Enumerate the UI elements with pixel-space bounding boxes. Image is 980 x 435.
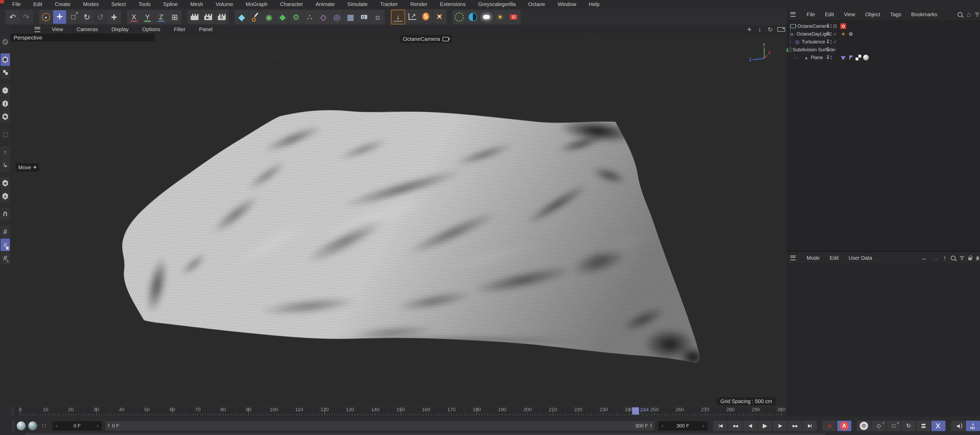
octane-sun-button[interactable] bbox=[493, 10, 507, 24]
viewport-menu-view[interactable]: View bbox=[45, 25, 70, 34]
up-arrow-icon[interactable] bbox=[943, 254, 947, 262]
menu-character[interactable]: Character bbox=[274, 0, 309, 9]
attribute-manager-menu-icon[interactable] bbox=[791, 256, 795, 260]
current-frame-value[interactable]: 0 F bbox=[61, 423, 93, 429]
om-menu-file[interactable]: File bbox=[802, 10, 820, 19]
x-axis-button[interactable] bbox=[127, 10, 140, 24]
field-button[interactable] bbox=[330, 10, 344, 24]
octane-camera-tag-icon[interactable] bbox=[840, 23, 846, 29]
om-menu-object[interactable]: Object bbox=[860, 10, 885, 19]
search-icon[interactable] bbox=[951, 256, 956, 261]
menu-extensions[interactable]: Extensions bbox=[434, 0, 472, 9]
range-start-handle[interactable]: ‖ bbox=[108, 423, 110, 429]
tweak-mode-icon[interactable] bbox=[0, 128, 10, 141]
workplane-icon[interactable] bbox=[0, 225, 10, 238]
end-frame-decrement-icon[interactable]: ‹ bbox=[658, 423, 667, 429]
array-button[interactable] bbox=[344, 10, 357, 24]
coord-system-button[interactable] bbox=[168, 10, 181, 24]
snap-icon[interactable] bbox=[0, 208, 10, 220]
add-cube-button[interactable] bbox=[235, 10, 248, 24]
orbit-icon[interactable] bbox=[767, 26, 774, 33]
menu-select[interactable]: Select bbox=[105, 0, 132, 9]
home-icon[interactable] bbox=[967, 10, 971, 19]
play-button[interactable] bbox=[758, 421, 772, 431]
frame-decrement-icon[interactable]: ‹ bbox=[52, 423, 61, 429]
timeline-playhead[interactable] bbox=[632, 407, 639, 414]
object-row-octanedaylight[interactable]: OctaneDayLight bbox=[788, 30, 980, 38]
object-row-plane[interactable]: Plane bbox=[788, 54, 980, 62]
keyframe-sphere2-icon[interactable] bbox=[28, 421, 37, 430]
menu-tracker[interactable]: Tracker bbox=[374, 0, 404, 9]
move-tool-button[interactable] bbox=[53, 10, 66, 24]
viewport-menu-filter[interactable]: Filter bbox=[167, 25, 192, 34]
frame-increment-icon[interactable]: › bbox=[93, 423, 102, 429]
viewport-menu-icon[interactable] bbox=[35, 27, 40, 32]
model-mode-icon[interactable] bbox=[0, 53, 10, 66]
render-marked-button[interactable] bbox=[202, 10, 215, 24]
viewport-canvas[interactable]: Perspective OctaneCamera Move + Grid Spa… bbox=[10, 33, 787, 406]
om-menu-tags[interactable]: Tags bbox=[885, 10, 906, 19]
compositing-tag-icon[interactable] bbox=[856, 55, 861, 61]
next-key-button[interactable] bbox=[788, 421, 802, 431]
simulate-button[interactable] bbox=[290, 10, 302, 24]
z-axis-button[interactable] bbox=[154, 10, 168, 24]
am-menu-user-data[interactable]: User Data bbox=[844, 254, 877, 262]
forward-arrow-icon[interactable] bbox=[932, 254, 939, 262]
octane-balance-button[interactable] bbox=[466, 10, 479, 24]
workplane-planar-icon[interactable] bbox=[0, 252, 10, 264]
layer-chip-icon[interactable] bbox=[827, 24, 829, 28]
octane-export-button[interactable] bbox=[406, 10, 419, 23]
menu-octane[interactable]: Octane bbox=[522, 0, 551, 9]
back-arrow-icon[interactable] bbox=[921, 254, 928, 262]
prev-key-button[interactable] bbox=[728, 421, 742, 431]
menu-mograph[interactable]: MoGraph bbox=[239, 0, 274, 9]
octane-scatter-button[interactable] bbox=[433, 10, 446, 23]
am-menu-edit[interactable]: Edit bbox=[825, 254, 843, 262]
halfcut-icon[interactable] bbox=[976, 255, 979, 261]
menu-window[interactable]: Window bbox=[551, 0, 582, 9]
om-menu-view[interactable]: View bbox=[839, 10, 860, 19]
record-keyframe-button[interactable] bbox=[822, 421, 837, 431]
menu-animate[interactable]: Animate bbox=[309, 0, 341, 9]
lock-icon[interactable] bbox=[968, 257, 972, 260]
edges-mode-icon[interactable] bbox=[0, 97, 10, 110]
flag-tag-icon[interactable] bbox=[848, 55, 854, 61]
camera-button[interactable] bbox=[358, 10, 371, 24]
octane-glow-button[interactable] bbox=[480, 10, 493, 24]
undo-button[interactable] bbox=[6, 10, 19, 24]
autokey-button[interactable] bbox=[837, 421, 851, 431]
timeline-range-slider[interactable]: ‖ 0 F 300 F ‖ bbox=[106, 421, 654, 430]
visibility-dots-icon[interactable] bbox=[830, 32, 832, 33]
am-menu-mode[interactable]: Mode bbox=[802, 254, 825, 262]
sketchfab-button[interactable] bbox=[419, 10, 432, 23]
auto-mode-icon[interactable] bbox=[0, 190, 10, 202]
global-move-button[interactable] bbox=[108, 10, 121, 24]
keyframe-sphere-icon[interactable] bbox=[17, 421, 25, 430]
object-row-turbulence[interactable]: Turbulence bbox=[788, 38, 980, 46]
texture-mode-icon[interactable] bbox=[0, 67, 10, 79]
sound-button[interactable] bbox=[951, 421, 965, 431]
end-frame-value[interactable]: 300 F bbox=[667, 423, 699, 429]
menu-mesh[interactable]: Mesh bbox=[184, 0, 210, 9]
check-state-icon[interactable] bbox=[833, 32, 837, 37]
object-manager-menu-icon[interactable] bbox=[791, 12, 795, 17]
menu-tools[interactable]: Tools bbox=[132, 0, 157, 9]
solo-icon[interactable] bbox=[0, 177, 10, 190]
mograph-button[interactable] bbox=[262, 10, 275, 24]
om-menu-edit[interactable]: Edit bbox=[820, 10, 839, 19]
sound-scrub-button[interactable] bbox=[966, 421, 980, 431]
make-editable-icon[interactable] bbox=[0, 35, 10, 48]
mini-fcurve-icon[interactable] bbox=[40, 422, 49, 429]
go-to-start-button[interactable] bbox=[713, 421, 727, 431]
cloth-tag-icon[interactable] bbox=[840, 55, 846, 61]
prev-frame-button[interactable] bbox=[743, 421, 757, 431]
redo-button[interactable] bbox=[20, 10, 33, 24]
live-selection-button[interactable] bbox=[40, 10, 52, 24]
octane-download-button[interactable] bbox=[391, 10, 405, 24]
rotate-tool-button[interactable] bbox=[80, 10, 93, 24]
polygons-mode-icon[interactable] bbox=[0, 110, 10, 123]
object-row-octanecamera[interactable]: OctaneCamera bbox=[788, 22, 980, 30]
layer-chip-icon[interactable] bbox=[827, 40, 829, 44]
menu-help[interactable]: Help bbox=[582, 0, 606, 9]
search-icon[interactable] bbox=[958, 12, 963, 17]
